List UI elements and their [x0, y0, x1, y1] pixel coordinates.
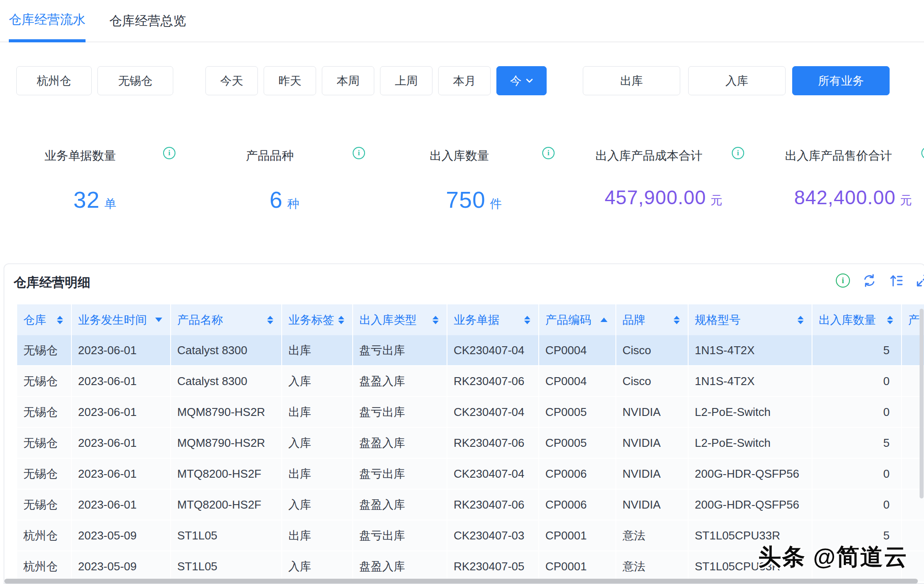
date-filter-button[interactable]: 昨天 — [264, 66, 316, 95]
column-label: 规格型号 — [695, 312, 741, 328]
table-row[interactable]: 无锡仓2023-06-01MQM8790-HS2R出库盘亏出库CK230407-… — [17, 397, 924, 428]
sort-icon[interactable] — [267, 316, 273, 324]
warehouse-filter-button[interactable]: 杭州仓 — [16, 66, 92, 95]
info-icon[interactable]: i — [163, 147, 175, 159]
column-label: 业务标签 — [288, 312, 334, 328]
table-cell: 2023-06-01 — [72, 459, 171, 489]
table-cell: 0 — [812, 459, 902, 489]
table-cell: CK230407-04 — [447, 335, 539, 365]
stat-value-number: 6 — [270, 187, 283, 213]
table-cell: 盘盈入库 — [353, 428, 447, 458]
table-cell: 入库 — [282, 428, 353, 458]
date-filter-button[interactable]: 今天 — [205, 66, 258, 95]
sort-desc-icon — [57, 321, 63, 324]
stat-card: 出入库数量i750件 — [379, 135, 569, 240]
stat-card: 出入库产品售价合计i842,400.00元 — [758, 135, 924, 240]
tab-warehouse-overview[interactable]: 仓库经营总览 — [109, 0, 186, 42]
column-label: 业务发生时间 — [78, 312, 147, 328]
column-header[interactable]: 规格型号 — [689, 304, 812, 335]
table-row[interactable]: 无锡仓2023-06-01MQM8790-HS2R入库盘盈入库RK230407-… — [17, 428, 924, 459]
info-icon[interactable]: i — [542, 147, 555, 159]
column-header[interactable]: 品牌 — [616, 304, 689, 335]
sort-desc-icon — [674, 321, 680, 324]
sort-icon[interactable] — [797, 316, 804, 324]
stat-card: 产品品种i6种 — [190, 135, 379, 240]
column-header[interactable]: 出入库数量 — [812, 304, 902, 335]
date-filter-button[interactable]: 本周 — [322, 66, 374, 95]
date-range-dropdown[interactable]: 今 — [496, 66, 547, 95]
business-filter-button[interactable]: 所有业务 — [792, 66, 890, 95]
stat-value: 750件 — [379, 187, 569, 213]
column-header[interactable]: 业务单据 — [447, 304, 539, 335]
sort-icon[interactable] — [524, 316, 530, 324]
tab-warehouse-flow[interactable]: 仓库经营流水 — [9, 0, 86, 42]
sort-desc-icon — [267, 321, 273, 324]
sort-icon[interactable] — [887, 316, 893, 324]
sort-asc-icon — [674, 316, 680, 319]
info-icon[interactable]: i — [353, 147, 365, 159]
business-filter-button[interactable]: 入库 — [688, 66, 786, 95]
sort-icon[interactable] — [57, 316, 63, 324]
table-cell: CP0006 — [539, 459, 616, 489]
stat-value-unit: 元 — [900, 194, 912, 207]
vertical-scrollbar[interactable] — [920, 309, 924, 498]
chevron-down-icon — [526, 79, 533, 83]
date-filter-button[interactable]: 本月 — [438, 66, 491, 95]
column-header[interactable]: 业务发生时间 — [72, 304, 171, 335]
sort-icon[interactable] — [338, 316, 344, 324]
sort-asc-icon — [338, 316, 344, 319]
table-cell: RK230407-06 — [447, 428, 539, 458]
sort-icon[interactable] — [155, 318, 162, 322]
table-cell: 1N1S-4T2X — [689, 366, 812, 396]
table-cell: 盘亏出库 — [353, 459, 447, 489]
table-cell: 盘亏出库 — [353, 520, 447, 550]
date-filter-button[interactable]: 上周 — [380, 66, 432, 95]
table-cell: 杭州仓 — [17, 551, 72, 581]
column-header[interactable]: 产品名称 — [171, 304, 282, 335]
table-cell: 无锡仓 — [17, 366, 72, 396]
table-row[interactable]: 无锡仓2023-06-01Catalyst 8300出库盘亏出库CK230407… — [17, 335, 924, 366]
sort-icon[interactable] — [432, 316, 439, 324]
column-header[interactable]: 仓库 — [17, 304, 72, 335]
sort-icon[interactable] — [600, 318, 607, 322]
sort-asc-icon — [267, 316, 273, 319]
sort-icon[interactable] — [674, 316, 680, 324]
column-header[interactable]: 业务标签 — [282, 304, 353, 335]
table-cell: CP0001 — [539, 520, 616, 550]
table-cell: 5 — [812, 428, 902, 458]
table-cell: 2023-06-01 — [72, 335, 171, 365]
column-header[interactable]: 产品编码 — [539, 304, 616, 335]
table-title: 仓库经营明细 — [14, 274, 90, 292]
sort-asc-icon — [57, 316, 63, 319]
column-label: 出入库类型 — [359, 312, 417, 328]
table-cell: 5 — [812, 335, 902, 365]
info-icon[interactable]: i — [921, 147, 924, 159]
table-cell: 无锡仓 — [17, 397, 72, 427]
table-cell: 200G-HDR-QSFP56 — [689, 459, 812, 489]
info-icon[interactable]: i — [732, 147, 744, 159]
table-cell: ST1L05 — [171, 520, 282, 550]
horizontal-scrollbar[interactable] — [4, 579, 918, 584]
sort-asc-icon — [432, 316, 439, 319]
table-cell: 无锡仓 — [17, 428, 72, 458]
table-cell: MTQ8200-HS2F — [171, 459, 282, 489]
table-cell: CP0005 — [539, 397, 616, 427]
table-cell: Cisco — [616, 366, 689, 396]
warehouse-filter-button[interactable]: 无锡仓 — [97, 66, 173, 95]
sort-asc-icon — [600, 318, 607, 322]
table-cell: RK230407-06 — [447, 366, 539, 396]
table-row[interactable]: 无锡仓2023-06-01MTQ8200-HS2F出库盘亏出库CK230407-… — [17, 459, 924, 490]
column-header[interactable]: 出入库类型 — [353, 304, 447, 335]
table-row[interactable]: 无锡仓2023-06-01MTQ8200-HS2F入库盘盈入库RK230407-… — [17, 490, 924, 520]
stat-value: 32单 — [0, 187, 190, 213]
table-cell: CP0004 — [539, 366, 616, 396]
refresh-icon[interactable] — [862, 273, 877, 288]
business-filter-button[interactable]: 出库 — [583, 66, 680, 95]
table-row[interactable]: 无锡仓2023-06-01Catalyst 8300入库盘盈入库RK230407… — [17, 366, 924, 397]
expand-icon[interactable] — [915, 273, 924, 288]
table-cell: MTQ8200-HS2F — [171, 490, 282, 520]
date-range-dropdown-label: 今 — [510, 73, 522, 89]
info-icon[interactable]: i — [835, 273, 850, 288]
sort-order-icon[interactable] — [889, 273, 904, 288]
stat-value-number: 750 — [446, 187, 486, 213]
